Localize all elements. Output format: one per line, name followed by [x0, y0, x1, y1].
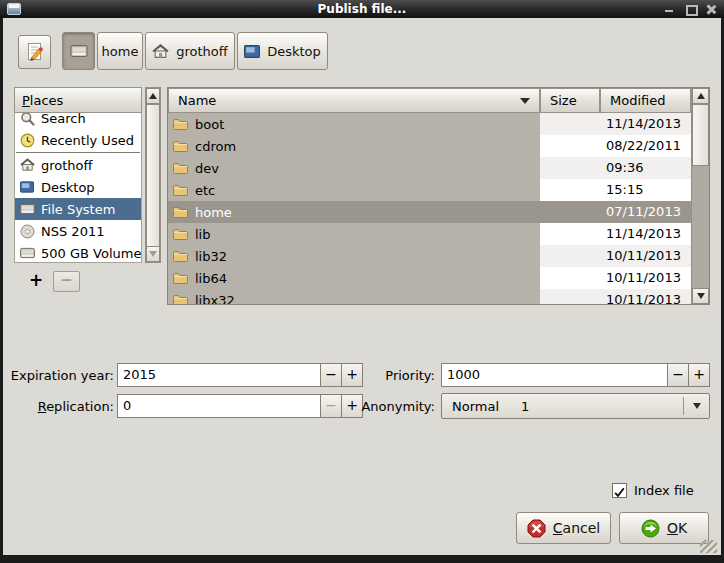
file-list-scrollbar-thumb[interactable] — [692, 104, 709, 166]
replication-label: Replication: — [10, 399, 114, 414]
place-item-label: File System — [41, 202, 115, 217]
file-row-etc[interactable]: etc 15:15 — [168, 179, 691, 201]
resize-grip[interactable] — [700, 540, 717, 553]
column-header-label: Size — [550, 93, 577, 108]
window-controls — [664, 0, 716, 18]
cancel-button[interactable]: Cancel — [516, 512, 611, 544]
file-rows: boot 11/14/2013 cdrom 08/22/2011 dev 09:… — [168, 113, 691, 304]
path-button-label: Desktop — [267, 44, 321, 59]
place-item-recently-used[interactable]: Recently Used — [15, 129, 141, 151]
path-button-grothoff[interactable]: grothoff — [145, 32, 235, 70]
cancel-icon — [527, 519, 546, 538]
remove-place-button[interactable]: − — [53, 271, 80, 292]
place-item-search[interactable]: Search — [15, 113, 141, 129]
drive-icon — [70, 44, 88, 58]
search-icon — [19, 113, 35, 126]
minimize-icon[interactable] — [664, 4, 674, 14]
file-row-lib32[interactable]: lib32 10/11/2013 — [168, 245, 691, 267]
place-item-nss-2011[interactable]: NSS 2011 — [15, 220, 141, 242]
file-list-scrollbar[interactable] — [691, 88, 709, 304]
file-row-cdrom[interactable]: cdrom 08/22/2011 — [168, 135, 691, 157]
places-scrollbar[interactable] — [145, 87, 161, 263]
folder-icon — [173, 250, 188, 262]
ok-button[interactable]: OK — [619, 512, 709, 544]
path-button-desktop[interactable]: Desktop — [237, 32, 328, 70]
scroll-up-icon[interactable] — [146, 88, 160, 104]
place-item-label: Desktop — [41, 180, 95, 195]
scroll-down-icon[interactable] — [692, 288, 709, 304]
place-item-desktop[interactable]: Desktop — [15, 176, 141, 198]
anonymity-value: Normal — [452, 399, 499, 414]
edit-icon — [24, 41, 46, 63]
path-button-label: home — [102, 44, 139, 59]
column-header-label: Modified — [610, 93, 665, 108]
place-item-label: Recently Used — [41, 133, 134, 148]
file-row-libx32[interactable]: libx32 10/11/2013 — [168, 289, 691, 304]
anonymity-level: 1 — [521, 399, 529, 414]
path-button-label: grothoff — [176, 44, 228, 59]
priority-input[interactable]: 1000 — [441, 363, 668, 387]
column-header-name[interactable]: Name — [168, 88, 540, 113]
places-list: Search Recently Used grothoff Desktop F — [14, 113, 142, 263]
file-list: Name Size Modified boot 11/14/2013 cdrom… — [167, 87, 710, 305]
replication-spinner: 0 − + — [117, 394, 363, 418]
place-item-label: Search — [41, 113, 86, 126]
place-item-500gb-volume[interactable]: 500 GB Volume — [15, 242, 141, 263]
increment-icon[interactable]: + — [689, 363, 710, 387]
scroll-up-icon[interactable] — [692, 88, 709, 104]
place-item-file-system[interactable]: File System — [15, 198, 141, 220]
drive-icon — [19, 203, 35, 215]
close-icon[interactable] — [706, 4, 716, 14]
ok-icon — [641, 519, 660, 538]
file-row-boot[interactable]: boot 11/14/2013 — [168, 113, 691, 135]
expiration-year-label: Expiration year: — [10, 368, 114, 383]
publish-file-dialog: Publish file... home g — [0, 0, 724, 563]
path-button-home[interactable]: home — [97, 32, 143, 70]
chevron-down-icon — [693, 403, 701, 409]
folder-icon — [173, 228, 188, 240]
expiration-year-input[interactable]: 2015 — [117, 363, 321, 387]
places-scrollbar-thumb[interactable] — [146, 104, 160, 247]
file-row-dev[interactable]: dev 09:36 — [168, 157, 691, 179]
place-item-label: NSS 2011 — [41, 224, 104, 239]
home-icon — [152, 44, 169, 59]
place-item-label: grothoff — [41, 158, 93, 173]
maximize-icon[interactable] — [685, 4, 695, 14]
anonymity-dropdown[interactable]: Normal 1 — [441, 393, 710, 419]
disc-icon — [19, 224, 35, 239]
folder-icon — [173, 184, 188, 196]
index-file-checkbox[interactable] — [612, 483, 627, 498]
priority-spinner: 1000 − + — [441, 363, 710, 387]
type-filename-button[interactable] — [18, 35, 51, 69]
expiration-year-spinner: 2015 − + — [117, 363, 363, 387]
scroll-down-icon[interactable] — [146, 246, 160, 262]
folder-icon — [173, 272, 188, 284]
folder-icon — [173, 162, 188, 174]
decrement-icon[interactable]: − — [321, 363, 342, 387]
checkmark-icon — [613, 486, 626, 499]
desktop-icon — [244, 45, 260, 58]
path-button-filesystem[interactable] — [62, 32, 95, 70]
folder-icon — [173, 294, 188, 304]
folder-icon — [173, 206, 188, 218]
anonymity-label: Anonymity: — [348, 399, 435, 414]
add-place-button[interactable]: + — [22, 269, 50, 293]
places-column-header[interactable]: Places — [14, 87, 142, 113]
desktop-icon — [19, 181, 35, 193]
place-item-grothoff[interactable]: grothoff — [15, 154, 141, 176]
replication-input[interactable]: 0 — [117, 394, 321, 418]
decrement-icon[interactable]: − — [668, 363, 689, 387]
priority-label: Priority: — [350, 368, 435, 383]
column-header-size[interactable]: Size — [540, 88, 600, 113]
folder-icon — [173, 118, 188, 130]
index-file-label: Index file — [634, 483, 694, 498]
drive-icon — [19, 247, 35, 259]
file-row-lib[interactable]: lib 11/14/2013 — [168, 223, 691, 245]
decrement-icon: − — [321, 394, 342, 418]
column-header-modified[interactable]: Modified — [600, 88, 691, 113]
file-row-lib64[interactable]: lib64 10/11/2013 — [168, 267, 691, 289]
home-icon — [19, 158, 35, 172]
ok-button-label: OK — [667, 520, 687, 536]
file-row-home[interactable]: home 07/11/2013 — [168, 201, 691, 223]
sort-descending-icon — [520, 98, 530, 104]
